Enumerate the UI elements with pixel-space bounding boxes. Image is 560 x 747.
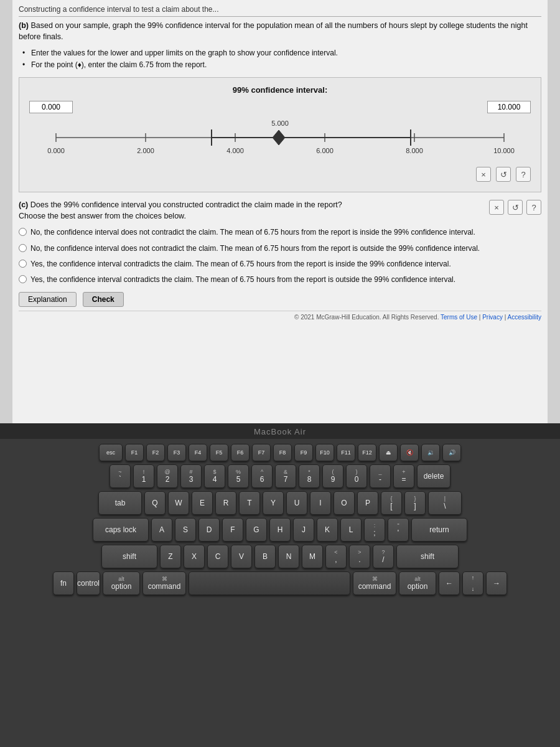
radio-option-2[interactable] bbox=[19, 244, 27, 252]
w-key[interactable]: W bbox=[168, 491, 189, 515]
j-key[interactable]: J bbox=[293, 518, 314, 542]
b-key[interactable]: B bbox=[254, 545, 276, 568]
semicolon-key[interactable]: :; bbox=[364, 518, 385, 542]
lower-limit-input[interactable] bbox=[29, 101, 73, 113]
f2-key[interactable]: F2 bbox=[146, 444, 165, 461]
e-key[interactable]: E bbox=[192, 491, 213, 515]
f9-key[interactable]: F9 bbox=[294, 444, 313, 461]
3-key[interactable]: #3 bbox=[180, 464, 202, 488]
x-icon-c[interactable]: × bbox=[489, 200, 504, 215]
up-arrow-key[interactable]: ↑ bbox=[472, 572, 475, 583]
check-button[interactable]: Check bbox=[83, 292, 124, 307]
g-key[interactable]: G bbox=[246, 518, 267, 542]
f8-key[interactable]: F8 bbox=[273, 444, 292, 461]
8-key[interactable]: *8 bbox=[299, 464, 320, 488]
backtick-key[interactable]: ~` bbox=[110, 464, 131, 488]
f7-key[interactable]: F7 bbox=[252, 444, 271, 461]
vol-down-key[interactable]: 🔉 bbox=[421, 444, 440, 461]
f5-key[interactable]: F5 bbox=[210, 444, 228, 461]
rbracket-key[interactable]: }] bbox=[404, 491, 426, 515]
help-icon-c[interactable]: ? bbox=[526, 200, 541, 215]
f12-key[interactable]: F12 bbox=[358, 444, 376, 461]
tab-key[interactable]: tab bbox=[98, 491, 142, 515]
radio-option-1[interactable] bbox=[19, 228, 27, 236]
lcommand-key[interactable]: ⌘command bbox=[142, 571, 186, 595]
right-arrow-key[interactable]: → bbox=[486, 571, 507, 595]
lbracket-key[interactable]: {[ bbox=[381, 491, 402, 515]
undo-icon-c[interactable]: ↺ bbox=[508, 200, 523, 215]
f-key[interactable]: F bbox=[222, 518, 243, 542]
l-key[interactable]: L bbox=[340, 518, 362, 542]
x-icon[interactable]: × bbox=[476, 167, 491, 182]
f1-key[interactable]: F1 bbox=[125, 444, 144, 461]
fn-key[interactable]: fn bbox=[53, 571, 74, 595]
0-key[interactable]: )0 bbox=[346, 464, 367, 488]
f11-key[interactable]: F11 bbox=[337, 444, 355, 461]
m-key[interactable]: M bbox=[302, 545, 323, 568]
z-key[interactable]: Z bbox=[160, 545, 181, 568]
x-key[interactable]: X bbox=[184, 545, 205, 568]
explanation-button[interactable]: Explanation bbox=[19, 292, 77, 307]
y-key[interactable]: Y bbox=[263, 491, 284, 515]
p-key[interactable]: P bbox=[357, 491, 378, 515]
radio-option-3[interactable] bbox=[19, 260, 27, 268]
f6-key[interactable]: F6 bbox=[231, 444, 250, 461]
s-key[interactable]: S bbox=[175, 518, 196, 542]
f3-key[interactable]: F3 bbox=[167, 444, 186, 461]
down-arrow-key[interactable]: ↓ bbox=[472, 583, 475, 594]
period-key[interactable]: >. bbox=[349, 545, 370, 568]
delete-key[interactable]: delete bbox=[417, 464, 450, 488]
left-arrow-key[interactable]: ← bbox=[439, 571, 460, 595]
ctrl-key[interactable]: control bbox=[77, 571, 100, 595]
c-key[interactable]: C bbox=[207, 545, 228, 568]
t-key[interactable]: T bbox=[239, 491, 260, 515]
capslock-key[interactable]: caps lock bbox=[93, 518, 149, 542]
power-key[interactable]: ⏏ bbox=[379, 444, 398, 461]
i-key[interactable]: I bbox=[310, 491, 331, 515]
k-key[interactable]: K bbox=[317, 518, 338, 542]
lshift-key[interactable]: shift bbox=[101, 545, 157, 568]
comma-key[interactable]: <, bbox=[325, 545, 347, 568]
1-key[interactable]: !1 bbox=[133, 464, 154, 488]
q-key[interactable]: Q bbox=[144, 491, 166, 515]
quote-key[interactable]: "' bbox=[388, 518, 409, 542]
rcommand-key[interactable]: ⌘command bbox=[353, 571, 396, 595]
u-key[interactable]: U bbox=[286, 491, 307, 515]
vol-up-key[interactable]: 🔊 bbox=[442, 444, 461, 461]
backslash-key[interactable]: |\ bbox=[428, 491, 462, 515]
roption-key[interactable]: altoption bbox=[399, 571, 436, 595]
slash-key[interactable]: ?/ bbox=[373, 545, 394, 568]
v-key[interactable]: V bbox=[231, 545, 252, 568]
4-key[interactable]: $4 bbox=[204, 464, 225, 488]
6-key[interactable]: ^6 bbox=[251, 464, 273, 488]
o-key[interactable]: O bbox=[334, 491, 355, 515]
loption-key[interactable]: altoption bbox=[103, 571, 140, 595]
question-c-subtext: Choose the best answer from the choices … bbox=[19, 212, 186, 220]
upper-limit-input[interactable] bbox=[487, 101, 531, 113]
f10-key[interactable]: F10 bbox=[315, 444, 334, 461]
r-key[interactable]: R bbox=[215, 491, 236, 515]
7-key[interactable]: &7 bbox=[275, 464, 296, 488]
5-key[interactable]: %5 bbox=[228, 464, 249, 488]
2-key[interactable]: @2 bbox=[157, 464, 178, 488]
equals-key[interactable]: += bbox=[393, 464, 414, 488]
terms-link[interactable]: Terms of Use bbox=[441, 314, 477, 321]
vol-mute-key[interactable]: 🔇 bbox=[400, 444, 419, 461]
space-key[interactable] bbox=[189, 571, 350, 595]
radio-options: No, the confidence interval does not con… bbox=[19, 227, 541, 286]
d-key[interactable]: D bbox=[198, 518, 220, 542]
rshift-key[interactable]: shift bbox=[396, 545, 459, 568]
a-key[interactable]: A bbox=[151, 518, 172, 542]
undo-icon[interactable]: ↺ bbox=[496, 167, 511, 182]
radio-option-4[interactable] bbox=[19, 275, 27, 283]
n-key[interactable]: N bbox=[278, 545, 299, 568]
minus-key[interactable]: _- bbox=[370, 464, 391, 488]
return-key[interactable]: return bbox=[411, 518, 467, 542]
9-key[interactable]: (9 bbox=[322, 464, 343, 488]
help-icon[interactable]: ? bbox=[516, 167, 531, 182]
h-key[interactable]: H bbox=[269, 518, 291, 542]
f4-key[interactable]: F4 bbox=[189, 444, 207, 461]
esc-key[interactable]: esc bbox=[99, 444, 123, 461]
privacy-link[interactable]: Privacy bbox=[482, 314, 503, 321]
accessibility-link[interactable]: Accessibility bbox=[508, 314, 541, 321]
